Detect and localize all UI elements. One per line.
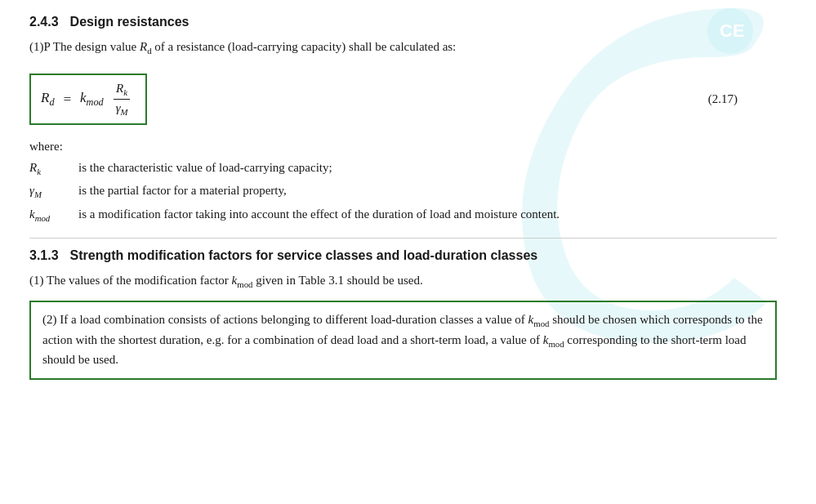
formula-fraction: Rk γM xyxy=(114,82,131,117)
def-symbol-gamma: γM xyxy=(29,181,78,201)
fraction-denominator: γM xyxy=(114,100,131,117)
formula-box: Rd = kmod Rk γM xyxy=(29,74,147,125)
formula-content: Rd = kmod Rk γM xyxy=(41,82,132,117)
formula-kmod: kmod xyxy=(80,90,104,109)
def-row-kmod: kmod is a modification factor taking int… xyxy=(29,205,777,225)
section-243-number: 2.4.3 xyxy=(29,15,59,29)
def-row-rk: Rk is the characteristic value of load-c… xyxy=(29,158,777,178)
where-label: where: xyxy=(29,140,777,154)
formula-equals: = xyxy=(63,91,72,108)
para-313-1: (1) The values of the modification facto… xyxy=(29,271,777,291)
def-text-rk: is the characteristic value of load-carr… xyxy=(78,158,777,177)
formula-row: Rd = kmod Rk γM (2.17) xyxy=(29,65,777,133)
def-symbol-rk: Rk xyxy=(29,158,78,178)
para-313-2-text: (2) If a load combination consists of ac… xyxy=(42,313,763,366)
fraction-numerator: Rk xyxy=(114,82,130,100)
def-row-gamma: γM is the partial factor for a material … xyxy=(29,181,777,201)
def-text-kmod: is a modification factor taking into acc… xyxy=(78,205,777,224)
section-313-heading: 3.1.3 Strength modification factors for … xyxy=(29,248,777,263)
section-243-heading: 2.4.3 Design resistances xyxy=(29,15,777,29)
formula-lhs: Rd xyxy=(41,90,55,109)
def-symbol-kmod: kmod xyxy=(29,205,78,225)
section-313-title: Strength modification factors for servic… xyxy=(70,248,538,263)
para1-text: (1)P The design value Rd of a resistance… xyxy=(29,38,777,57)
main-content: 2.4.3 Design resistances (1)P The design… xyxy=(29,15,777,380)
definitions-table: Rk is the characteristic value of load-c… xyxy=(29,158,777,225)
equation-number: (2.17) xyxy=(708,92,738,106)
def-text-gamma: is the partial factor for a material pro… xyxy=(78,181,777,200)
section-divider xyxy=(29,238,777,239)
page-container: CE 2.4.3 Design resistances (1)P The des… xyxy=(0,0,816,504)
section-243-title: Design resistances xyxy=(70,15,190,29)
section-313-number: 3.1.3 xyxy=(29,248,59,263)
para-313-2-box: (2) If a load combination consists of ac… xyxy=(29,301,777,380)
rd-symbol: R xyxy=(140,40,147,53)
